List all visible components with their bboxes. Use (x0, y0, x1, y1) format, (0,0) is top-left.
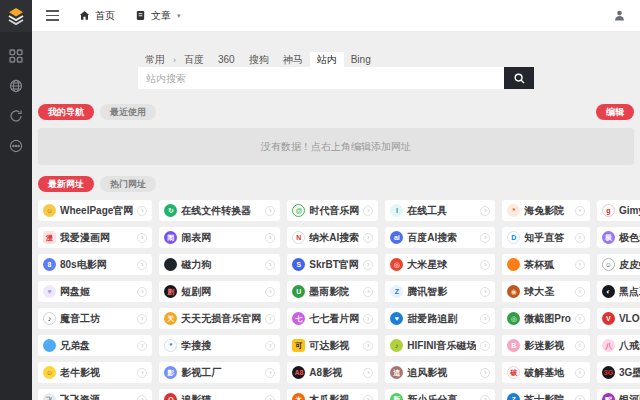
chevron-circle-icon[interactable]: › (363, 368, 373, 378)
site-card[interactable]: Z 芝士影院 › (502, 389, 590, 400)
site-card[interactable]: S SkrBT官网 › (287, 254, 378, 275)
chevron-circle-icon[interactable]: › (575, 287, 585, 297)
site-card[interactable]: 配 银河配音 › (597, 389, 640, 400)
site-card[interactable]: @ 时代音乐网 › (287, 200, 378, 221)
grid-icon[interactable] (8, 48, 24, 64)
site-card[interactable]: 漫 我爱漫画网 › (38, 227, 152, 248)
chevron-circle-icon[interactable]: › (363, 233, 373, 243)
chevron-circle-icon[interactable]: › (480, 233, 490, 243)
chevron-circle-icon[interactable]: › (575, 206, 585, 216)
chevron-circle-icon[interactable]: › (480, 395, 490, 400)
search-tab-shenma[interactable]: 神马 (276, 52, 310, 67)
tab-latest-sites[interactable]: 最新网址 (38, 176, 94, 192)
tab-hot-sites[interactable]: 热门网址 (100, 176, 156, 192)
site-card[interactable]: * 海兔影院 › (502, 200, 590, 221)
chevron-circle-icon[interactable]: › (265, 287, 275, 297)
tab-my-navigation[interactable]: 我的导航 (38, 104, 94, 120)
site-card[interactable]: ↻ 在线文件转换器 › (159, 200, 280, 221)
site-card[interactable]: D 知乎直答 › (502, 227, 590, 248)
site-card[interactable]: 天 天天无损音乐官网 › (159, 308, 280, 329)
site-card[interactable]: 极 极色影视 › (597, 227, 640, 248)
chevron-circle-icon[interactable]: › (137, 341, 147, 351)
site-card[interactable]: ☺ 老牛影视 › (38, 362, 152, 383)
site-card[interactable]: * 学搜搜 › (159, 335, 280, 356)
site-card[interactable]: Q 追影猫 › (159, 389, 280, 400)
chevron-circle-icon[interactable]: › (137, 287, 147, 297)
site-card[interactable]: ♥ 甜爱路追剧 › (385, 308, 495, 329)
site-card[interactable]: 飞 飞飞资源 › (38, 389, 152, 400)
site-card[interactable]: 可 可达影视 › (287, 335, 378, 356)
site-card[interactable]: 新 新小乐分享 › (385, 389, 495, 400)
chevron-circle-icon[interactable]: › (265, 395, 275, 400)
chevron-circle-icon[interactable]: › (575, 314, 585, 324)
chevron-circle-icon[interactable]: › (480, 260, 490, 270)
chevron-circle-icon[interactable]: › (363, 287, 373, 297)
site-card[interactable]: 木 木瓜影视 › (287, 389, 378, 400)
site-card[interactable]: ♪ 魔音工坊 › (38, 308, 152, 329)
site-card[interactable]: 兄弟盘 › (38, 335, 152, 356)
site-card[interactable]: B 影迷影视 › (502, 335, 590, 356)
site-card[interactable]: 3G 3G壁纸 › (597, 362, 640, 383)
search-tab-common[interactable]: 常用 (138, 52, 172, 67)
chevron-circle-icon[interactable]: › (137, 314, 147, 324)
site-card[interactable]: ♪ HIFINI音乐磁场 › (385, 335, 495, 356)
chevron-circle-icon[interactable]: › (137, 206, 147, 216)
chevron-circle-icon[interactable]: › (575, 341, 585, 351)
search-input[interactable] (138, 67, 504, 89)
search-button[interactable] (504, 67, 534, 89)
chevron-circle-icon[interactable]: › (137, 395, 147, 400)
app-logo[interactable] (0, 0, 32, 32)
chevron-circle-icon[interactable]: › (480, 368, 490, 378)
chevron-circle-icon[interactable]: › (575, 233, 585, 243)
site-card[interactable]: 剧 短剧网 › (159, 281, 280, 302)
chevron-circle-icon[interactable]: › (265, 260, 275, 270)
site-card[interactable]: ai 百度AI搜索 › (385, 227, 495, 248)
chevron-circle-icon[interactable]: › (137, 368, 147, 378)
site-card[interactable]: 闹 闹表网 › (159, 227, 280, 248)
site-card[interactable]: 追 追风影视 › (385, 362, 495, 383)
site-card[interactable]: 茶杯狐 › (502, 254, 590, 275)
site-card[interactable]: V VLOG小站 › (597, 308, 640, 329)
user-icon[interactable] (613, 9, 626, 22)
chevron-circle-icon[interactable]: › (265, 233, 275, 243)
chevron-circle-icon[interactable]: › (363, 314, 373, 324)
site-card[interactable]: ☺ 皮皮虾影视 › (597, 254, 640, 275)
chevron-circle-icon[interactable]: › (575, 260, 585, 270)
tab-recently-used[interactable]: 最近使用 (100, 104, 156, 120)
site-card[interactable]: g Gimy剧迷 › (597, 200, 640, 221)
edit-button[interactable]: 编辑 (596, 104, 634, 120)
site-card[interactable]: ◎ 微截图Pro › (502, 308, 590, 329)
site-card[interactable]: ◎ 大米星球 › (385, 254, 495, 275)
site-card[interactable]: Z 腾讯智影 › (385, 281, 495, 302)
chevron-circle-icon[interactable]: › (265, 314, 275, 324)
chevron-circle-icon[interactable]: › (480, 206, 490, 216)
site-card[interactable]: ☺ WheelPage官网 › (38, 200, 152, 221)
search-tab-site[interactable]: 站内 (310, 52, 344, 67)
chevron-circle-icon[interactable]: › (363, 260, 373, 270)
chevron-circle-icon[interactable]: › (575, 368, 585, 378)
site-card[interactable]: 影 影视工厂 › (159, 362, 280, 383)
chevron-circle-icon[interactable]: › (480, 314, 490, 324)
site-card[interactable]: 八 八戒影视 › (597, 335, 640, 356)
site-card[interactable]: U 墨雨影院 › (287, 281, 378, 302)
site-card[interactable]: A8 A8影视 › (287, 362, 378, 383)
search-tab-bing[interactable]: Bing (344, 52, 378, 67)
chevron-circle-icon[interactable]: › (363, 206, 373, 216)
site-card[interactable]: N 纳米AI搜索 › (287, 227, 378, 248)
chevron-circle-icon[interactable]: › (265, 206, 275, 216)
site-card[interactable]: 8 80s电影网 › (38, 254, 152, 275)
chevron-circle-icon[interactable]: › (137, 233, 147, 243)
chevron-circle-icon[interactable]: › (363, 341, 373, 351)
search-tab-360[interactable]: 360 (211, 52, 242, 67)
globe-icon[interactable] (8, 78, 24, 94)
site-card[interactable]: 破 破解基地 › (502, 362, 590, 383)
nav-articles[interactable]: 文章 ▾ (135, 9, 181, 23)
more-icon[interactable] (8, 138, 24, 154)
search-tab-sogou[interactable]: 搜狗 (242, 52, 276, 67)
nav-home[interactable]: 首页 (79, 9, 115, 23)
site-card[interactable]: ♥ 网盘姬 › (38, 281, 152, 302)
chevron-circle-icon[interactable]: › (480, 341, 490, 351)
chevron-circle-icon[interactable]: › (137, 260, 147, 270)
chevron-circle-icon[interactable]: › (265, 368, 275, 378)
chevron-circle-icon[interactable]: › (363, 395, 373, 400)
